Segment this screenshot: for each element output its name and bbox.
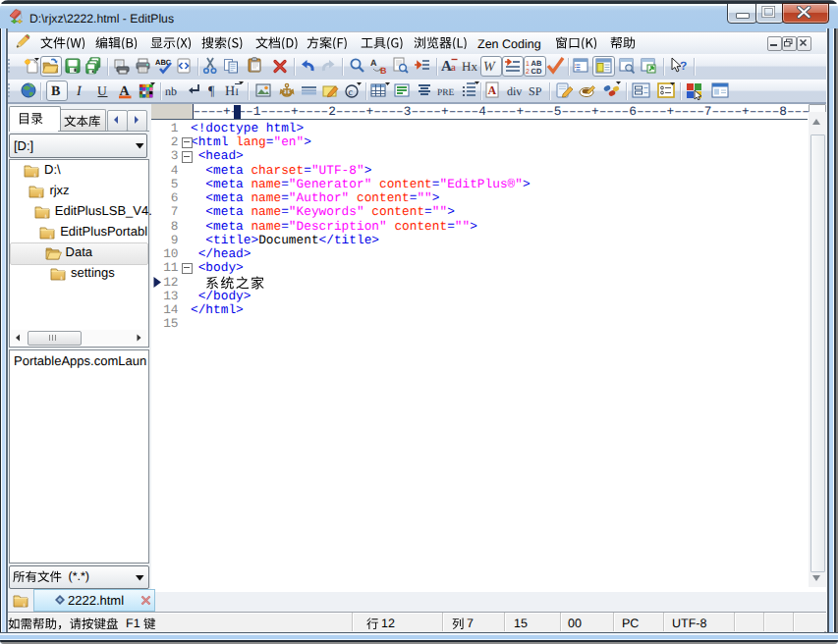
svg-text:nb: nb	[165, 84, 177, 98]
svg-text:Hx: Hx	[462, 59, 477, 74]
svg-text:B: B	[51, 84, 60, 98]
svg-text:I: I	[76, 84, 83, 98]
svg-text:U: U	[97, 83, 107, 98]
svg-text:SP: SP	[529, 84, 542, 98]
svg-text:A: A	[370, 58, 377, 68]
svg-text:2: 2	[526, 69, 530, 75]
svg-text:I: I	[236, 87, 239, 98]
svg-text:H: H	[225, 84, 235, 98]
svg-text:PRE: PRE	[437, 88, 455, 98]
svg-text:A: A	[488, 83, 497, 97]
svg-text:a: a	[451, 62, 456, 74]
svg-text:c: c	[349, 87, 354, 98]
svg-text:?: ?	[680, 59, 687, 73]
svg-text:div: div	[507, 84, 522, 98]
svg-text:B: B	[380, 66, 387, 75]
svg-text:W: W	[483, 60, 496, 74]
svg-text:1: 1	[526, 61, 530, 68]
svg-text:¶: ¶	[208, 84, 215, 98]
svg-text:CD: CD	[531, 67, 542, 75]
